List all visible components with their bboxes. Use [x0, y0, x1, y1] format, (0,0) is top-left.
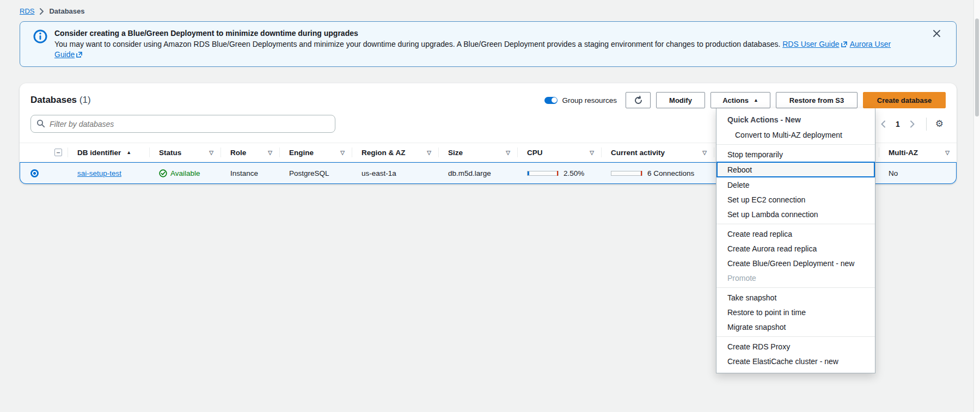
menu-item-delete[interactable]: Delete [716, 177, 875, 192]
create-database-button[interactable]: Create database [863, 92, 946, 108]
cpu-meter-bar [527, 171, 559, 176]
menu-group-header: Quick Actions - New [716, 112, 875, 127]
menu-item-migrate-snapshot[interactable]: Migrate snapshot [716, 319, 875, 334]
preferences-button[interactable]: ⚙ [933, 118, 946, 130]
select-all-checkbox[interactable]: – [54, 149, 62, 156]
caret-up-icon: ▲ [754, 98, 758, 103]
actions-button[interactable]: Actions ▲ [710, 92, 770, 108]
filter-icon[interactable]: ▽ [506, 150, 510, 156]
column-header-db-identifier[interactable]: DB identifier ▲ [68, 143, 149, 162]
menu-item-convert-multi-az[interactable]: Convert to Multi-AZ deployment [716, 127, 875, 142]
external-link-icon [76, 52, 82, 58]
previous-page-button[interactable] [876, 118, 890, 130]
actions-dropdown-menu: Quick Actions - New Convert to Multi-AZ … [716, 108, 875, 373]
group-resources-label: Group resources [562, 96, 617, 104]
column-header-engine[interactable]: Engine ▽ [279, 143, 352, 162]
menu-item-create-blue-green-deployment[interactable]: Create Blue/Green Deployment - new [716, 256, 875, 270]
current-page-number[interactable]: 1 [892, 120, 903, 128]
column-label: DB identifier [77, 149, 121, 157]
divider [716, 287, 875, 288]
sort-ascending-icon: ▲ [126, 150, 131, 155]
menu-item-setup-lambda-connection[interactable]: Set up Lambda connection [716, 207, 875, 222]
external-link-icon [841, 41, 847, 47]
filter-databases-input[interactable] [30, 115, 335, 133]
filter-icon[interactable]: ▽ [340, 150, 345, 156]
breadcrumb-rds-link[interactable]: RDS [20, 7, 34, 15]
column-header-current-activity[interactable]: Current activity ▽ [601, 143, 714, 162]
toolbar: Group resources Modify Actions ▲ Restore… [544, 92, 946, 108]
column-label: Status [159, 149, 181, 157]
next-page-button[interactable] [905, 118, 920, 130]
column-label: Engine [289, 149, 314, 157]
divider [716, 144, 875, 145]
panel-title: Databases (1) [30, 95, 91, 106]
column-header-region-az[interactable]: Region & AZ ▽ [352, 143, 438, 162]
menu-item-stop-temporarily[interactable]: Stop temporarily [716, 147, 875, 162]
modify-button[interactable]: Modify [656, 92, 705, 108]
cpu-cell: 2.50% [517, 169, 601, 177]
scrollbar-thumb[interactable] [975, 19, 979, 116]
menu-item-create-rds-proxy[interactable]: Create RDS Proxy [716, 339, 875, 354]
engine-cell: PostgreSQL [279, 169, 352, 177]
banner-close-button[interactable] [932, 28, 942, 39]
filter-box [30, 115, 335, 133]
filter-icon[interactable]: ▽ [702, 150, 707, 156]
column-label: Current activity [611, 149, 665, 157]
search-icon [36, 119, 45, 128]
filter-icon[interactable]: ▽ [209, 150, 213, 156]
banner-body: You may want to consider using Amazon RD… [54, 39, 904, 60]
panel-header: Databases (1) Group resources Modify Act… [20, 83, 957, 108]
column-label: Region & AZ [362, 149, 406, 157]
db-identifier-cell: sai-setup-test [68, 169, 149, 177]
row-select-cell [20, 169, 68, 177]
size-cell: db.m5d.large [438, 169, 517, 177]
menu-item-create-aurora-read-replica[interactable]: Create Aurora read replica [716, 241, 875, 256]
column-header-multi-az[interactable]: Multi-AZ ▽ [879, 143, 957, 162]
panel-title-text: Databases [30, 95, 77, 105]
filter-icon[interactable]: ▽ [268, 150, 272, 156]
radio-selected-icon[interactable] [30, 169, 39, 177]
column-header-status[interactable]: Status ▽ [149, 143, 220, 162]
filter-icon[interactable]: ▽ [590, 150, 594, 156]
column-header-size[interactable]: Size ▽ [438, 143, 517, 162]
info-icon [33, 28, 47, 60]
db-identifier-link[interactable]: sai-setup-test [77, 169, 121, 177]
menu-item-create-elasticache-cluster[interactable]: Create ElastiCache cluster - new [716, 354, 875, 368]
column-label: Role [230, 149, 246, 157]
gear-icon: ⚙ [935, 119, 944, 129]
scrollbar-track [973, 0, 980, 412]
column-header-cpu[interactable]: CPU ▽ [517, 143, 601, 162]
refresh-icon [634, 96, 643, 105]
filter-icon[interactable]: ▽ [945, 150, 950, 156]
column-header-role[interactable]: Role ▽ [220, 143, 279, 162]
status-cell: Available [149, 169, 220, 177]
menu-item-setup-ec2-connection[interactable]: Set up EC2 connection [716, 192, 875, 207]
column-label: Multi-AZ [889, 149, 918, 157]
divider [716, 336, 875, 337]
multi-az-cell: No [879, 169, 957, 177]
group-resources-toggle[interactable]: Group resources [544, 96, 617, 104]
close-icon [933, 29, 941, 38]
divider [926, 118, 927, 131]
chevron-right-icon [910, 120, 915, 128]
activity-value: 6 Connections [647, 169, 694, 177]
menu-item-take-snapshot[interactable]: Take snapshot [716, 290, 875, 305]
refresh-button[interactable] [626, 92, 651, 108]
menu-item-reboot[interactable]: Reboot [716, 162, 875, 177]
activity-meter-bar [611, 171, 642, 176]
breadcrumb: RDS Databases [0, 0, 980, 21]
rds-user-guide-link[interactable]: RDS User Guide [782, 40, 839, 48]
actions-button-label: Actions [722, 96, 749, 104]
banner-body-text: You may want to consider using Amazon RD… [54, 40, 780, 48]
restore-from-s3-button[interactable]: Restore from S3 [776, 92, 857, 108]
chevron-left-icon [880, 120, 886, 128]
column-label: CPU [527, 149, 543, 157]
role-cell: Instance [220, 169, 279, 177]
menu-item-promote: Promote [716, 270, 875, 285]
breadcrumb-current: Databases [49, 7, 84, 15]
filter-icon[interactable]: ▽ [427, 150, 431, 156]
divider [716, 224, 875, 224]
menu-item-restore-to-point-in-time[interactable]: Restore to point in time [716, 305, 875, 319]
menu-item-create-read-replica[interactable]: Create read replica [716, 226, 875, 241]
current-activity-cell: 6 Connections [601, 169, 714, 177]
